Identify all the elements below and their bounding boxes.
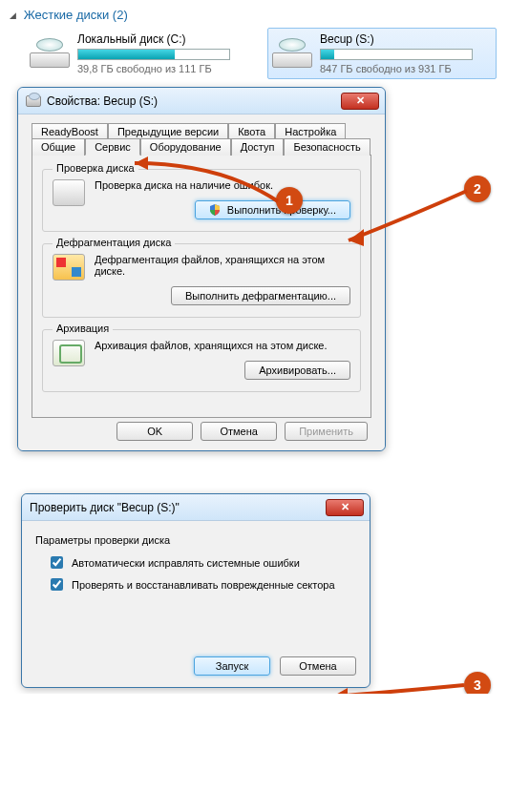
close-icon: ✕ <box>356 94 365 107</box>
tab-sharing[interactable]: Доступ <box>231 138 285 156</box>
backup-desc: Архивация файлов, хранящихся на этом дис… <box>95 340 350 351</box>
tab-row-1: ReadyBoost Предыдущие версии Квота Настр… <box>32 122 375 138</box>
properties-footer: OK Отмена Применить <box>28 418 375 441</box>
screenshot-canvas: ◢ Жесткие диски (2) Локальный диск (C:) … <box>6 6 502 688</box>
drive-c-free-text: 39,8 ГБ свободно из 111 ГБ <box>77 63 249 74</box>
tab-security[interactable]: Безопасность <box>284 138 370 156</box>
drive-c[interactable]: Локальный диск (C:) 39,8 ГБ свободно из … <box>25 28 254 79</box>
properties-titlebar[interactable]: Свойства: Becup (S:) ✕ <box>18 88 385 115</box>
option-autofix[interactable]: Автоматически исправлять системные ошибк… <box>35 552 356 573</box>
drive-c-label: Локальный диск (C:) <box>77 32 249 46</box>
defrag-desc: Дефрагментация файлов, хранящихся на это… <box>95 254 350 277</box>
tab-general[interactable]: Общие <box>32 138 85 156</box>
apply-button: Применить <box>285 422 368 441</box>
drive-s[interactable]: Becup (S:) 847 ГБ свободно из 931 ГБ <box>267 28 497 79</box>
properties-title: Свойства: Becup (S:) <box>47 94 158 108</box>
callout-2: 2 <box>464 176 491 202</box>
drive-s-label: Becup (S:) <box>320 32 492 46</box>
tab-previous-versions[interactable]: Предыдущие версии <box>108 123 228 139</box>
drives-section-title: Жесткие диски (2) <box>24 8 128 22</box>
hdd-icon <box>26 95 41 107</box>
backup-button[interactable]: Архивировать... <box>244 361 350 380</box>
drive-s-free-text: 847 ГБ свободно из 931 ГБ <box>320 63 492 74</box>
checkdisk-dialog: Проверить диск "Becup (S:)" ✕ Параметры … <box>21 493 370 688</box>
tools-tab-panel: Проверка диска Проверка диска на наличие… <box>32 155 371 418</box>
checkdisk-titlebar[interactable]: Проверить диск "Becup (S:)" ✕ <box>22 494 370 521</box>
tab-quota[interactable]: Квота <box>228 123 275 139</box>
tab-hardware[interactable]: Оборудование <box>140 138 231 156</box>
uac-shield-icon <box>209 204 221 216</box>
callout-1: 1 <box>276 187 303 214</box>
close-icon: ✕ <box>341 501 349 513</box>
drive-s-capacity-bar <box>320 49 473 60</box>
hdd-icon <box>30 35 70 68</box>
drive-c-capacity-bar <box>77 49 230 60</box>
ok-button[interactable]: OK <box>116 422 193 441</box>
checkdisk-title: Проверить диск "Becup (S:)" <box>30 501 180 514</box>
option-scan-sectors[interactable]: Проверять и восстанавливать поврежденные… <box>35 573 356 595</box>
defrag-legend: Дефрагментация диска <box>53 237 175 248</box>
tab-customize[interactable]: Настройка <box>275 123 346 139</box>
check-disk-icon <box>53 179 85 208</box>
hdd-icon <box>272 35 312 68</box>
group-backup: Архивация Архивация файлов, хранящихся н… <box>42 329 361 392</box>
params-label: Параметры проверки диска <box>35 534 356 546</box>
defrag-button[interactable]: Выполнить дефрагментацию... <box>171 286 350 305</box>
backup-legend: Архивация <box>53 323 113 334</box>
drives-row: Локальный диск (C:) 39,8 ГБ свободно из … <box>6 28 502 79</box>
group-defrag: Дефрагментация диска Дефрагментация файл… <box>42 243 361 318</box>
option-scan-sectors-label: Проверять и восстанавливать поврежденные… <box>72 579 335 591</box>
option-autofix-label: Автоматически исправлять системные ошибк… <box>72 557 300 569</box>
collapse-triangle-icon[interactable]: ◢ <box>10 10 16 20</box>
checkbox-autofix[interactable] <box>51 556 63 569</box>
checkdisk-footer: Запуск Отмена <box>22 609 370 687</box>
tab-row-2: Общие Сервис Оборудование Доступ Безопас… <box>32 137 375 155</box>
backup-icon <box>53 340 85 368</box>
start-button[interactable]: Запуск <box>194 656 270 676</box>
check-disk-legend: Проверка диска <box>53 162 138 174</box>
group-check-disk: Проверка диска Проверка диска на наличие… <box>42 169 361 232</box>
check-disk-desc: Проверка диска на наличие ошибок. <box>95 179 350 191</box>
checkbox-scan-sectors[interactable] <box>51 578 63 591</box>
tab-tools[interactable]: Сервис <box>85 138 140 156</box>
callout-3: 3 <box>464 672 491 694</box>
cancel-button[interactable]: Отмена <box>201 422 277 441</box>
tab-readyboost[interactable]: ReadyBoost <box>32 123 108 139</box>
drives-section-header[interactable]: ◢ Жесткие диски (2) <box>6 6 502 28</box>
cancel-button[interactable]: Отмена <box>280 656 356 676</box>
close-button[interactable]: ✕ <box>341 93 379 110</box>
check-now-button[interactable]: Выполнить проверку... <box>195 200 350 219</box>
close-button[interactable]: ✕ <box>326 499 364 516</box>
svg-marker-2 <box>332 688 348 694</box>
defrag-icon <box>53 254 85 282</box>
properties-dialog: Свойства: Becup (S:) ✕ ReadyBoost Предыд… <box>17 87 386 451</box>
